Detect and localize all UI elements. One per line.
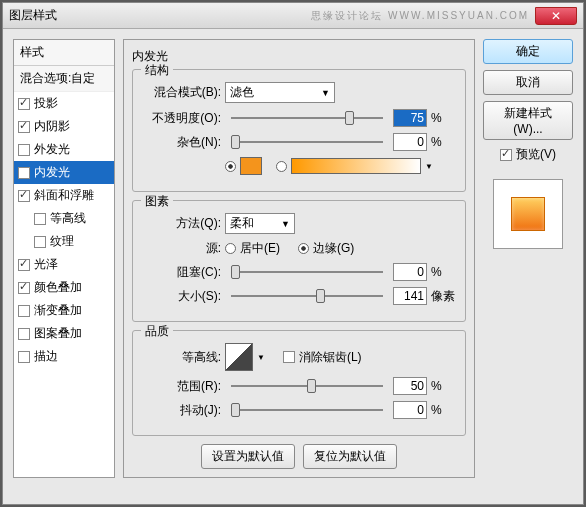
size-input[interactable] [393,287,427,305]
noise-label: 杂色(N): [143,134,221,151]
noise-unit: % [431,135,455,149]
chevron-down-icon: ▼ [281,219,290,229]
center-label: 居中(E) [240,240,280,257]
sidebar-item-6[interactable]: 纹理 [14,230,114,253]
quality-group: 品质 等高线: ▼ 消除锯齿(L) 范围(R): % 抖动(J): [132,330,466,436]
sidebar-item-3[interactable]: 内发光 [14,161,114,184]
preview-label: 预览(V) [516,146,556,163]
style-checkbox[interactable] [34,213,46,225]
sidebar-item-8[interactable]: 颜色叠加 [14,276,114,299]
source-label: 源: [143,240,221,257]
range-unit: % [431,379,455,393]
style-checkbox[interactable] [18,190,30,202]
style-label: 内发光 [34,164,70,181]
sidebar-item-0[interactable]: 投影 [14,92,114,115]
chevron-down-icon[interactable]: ▼ [425,162,433,171]
style-checkbox[interactable] [18,167,30,179]
range-label: 范围(R): [143,378,221,395]
sidebar-item-10[interactable]: 图案叠加 [14,322,114,345]
chevron-down-icon[interactable]: ▼ [257,353,265,362]
blendmode-label: 混合模式(B): [143,84,221,101]
size-slider[interactable] [231,289,383,303]
sidebar-item-2[interactable]: 外发光 [14,138,114,161]
style-label: 外发光 [34,141,70,158]
sidebar-item-4[interactable]: 斜面和浮雕 [14,184,114,207]
style-label: 纹理 [50,233,74,250]
contour-label: 等高线: [143,349,221,366]
range-input[interactable] [393,377,427,395]
jitter-slider[interactable] [231,403,383,417]
style-checkbox[interactable] [18,121,30,133]
opacity-label: 不透明度(O): [143,110,221,127]
styles-header[interactable]: 样式 [14,40,114,66]
elements-group: 图素 方法(Q): 柔和 ▼ 源: 居中(E) 边缘(G) [132,200,466,322]
style-label: 图案叠加 [34,325,82,342]
make-default-button[interactable]: 设置为默认值 [201,444,295,469]
panel-title: 内发光 [132,48,466,65]
right-panel: 确定 取消 新建样式(W)... 预览(V) [483,39,573,478]
choke-unit: % [431,265,455,279]
style-label: 颜色叠加 [34,279,82,296]
size-unit: 像素 [431,288,455,305]
sidebar-item-9[interactable]: 渐变叠加 [14,299,114,322]
preview-swatch [511,197,545,231]
layer-style-dialog: 图层样式 思缘设计论坛 WWW.MISSYUAN.COM ✕ 样式 混合选项:自… [2,2,584,505]
styles-sidebar: 样式 混合选项:自定 投影内阴影外发光内发光斜面和浮雕等高线纹理光泽颜色叠加渐变… [13,39,115,478]
noise-input[interactable] [393,133,427,151]
sidebar-item-5[interactable]: 等高线 [14,207,114,230]
style-label: 等高线 [50,210,86,227]
range-slider[interactable] [231,379,383,393]
center-radio[interactable] [225,243,236,254]
jitter-label: 抖动(J): [143,402,221,419]
gradient-radio[interactable] [276,161,287,172]
style-checkbox[interactable] [18,259,30,271]
window-title: 图层样式 [9,7,311,24]
style-checkbox[interactable] [18,328,30,340]
size-label: 大小(S): [143,288,221,305]
style-label: 渐变叠加 [34,302,82,319]
edge-label: 边缘(G) [313,240,354,257]
color-swatch[interactable] [240,157,262,175]
style-checkbox[interactable] [18,282,30,294]
reset-default-button[interactable]: 复位为默认值 [303,444,397,469]
gradient-bar[interactable] [291,158,421,174]
settings-panel: 内发光 结构 混合模式(B): 滤色 ▼ 不透明度(O): % [123,39,475,478]
style-label: 斜面和浮雕 [34,187,94,204]
contour-picker[interactable] [225,343,253,371]
style-checkbox[interactable] [18,305,30,317]
style-label: 描边 [34,348,58,365]
style-checkbox[interactable] [34,236,46,248]
jitter-unit: % [431,403,455,417]
style-checkbox[interactable] [18,351,30,363]
noise-slider[interactable] [231,135,383,149]
structure-group: 结构 混合模式(B): 滤色 ▼ 不透明度(O): % 杂色(N): [132,69,466,192]
cancel-button[interactable]: 取消 [483,70,573,95]
opacity-slider[interactable] [231,111,383,125]
antialias-checkbox[interactable] [283,351,295,363]
style-checkbox[interactable] [18,144,30,156]
preview-checkbox[interactable] [500,149,512,161]
style-checkbox[interactable] [18,98,30,110]
blending-options[interactable]: 混合选项:自定 [14,66,114,92]
opacity-input[interactable] [393,109,427,127]
elements-label: 图素 [141,193,173,210]
ok-button[interactable]: 确定 [483,39,573,64]
style-label: 光泽 [34,256,58,273]
sidebar-item-1[interactable]: 内阴影 [14,115,114,138]
sidebar-item-7[interactable]: 光泽 [14,253,114,276]
titlebar[interactable]: 图层样式 思缘设计论坛 WWW.MISSYUAN.COM ✕ [3,3,583,29]
close-button[interactable]: ✕ [535,7,577,25]
edge-radio[interactable] [298,243,309,254]
technique-dropdown[interactable]: 柔和 ▼ [225,213,295,234]
choke-input[interactable] [393,263,427,281]
new-style-button[interactable]: 新建样式(W)... [483,101,573,140]
opacity-unit: % [431,111,455,125]
preview-box [493,179,563,249]
style-label: 内阴影 [34,118,70,135]
color-radio[interactable] [225,161,236,172]
choke-slider[interactable] [231,265,383,279]
structure-label: 结构 [141,62,173,79]
sidebar-item-11[interactable]: 描边 [14,345,114,368]
jitter-input[interactable] [393,401,427,419]
blendmode-dropdown[interactable]: 滤色 ▼ [225,82,335,103]
